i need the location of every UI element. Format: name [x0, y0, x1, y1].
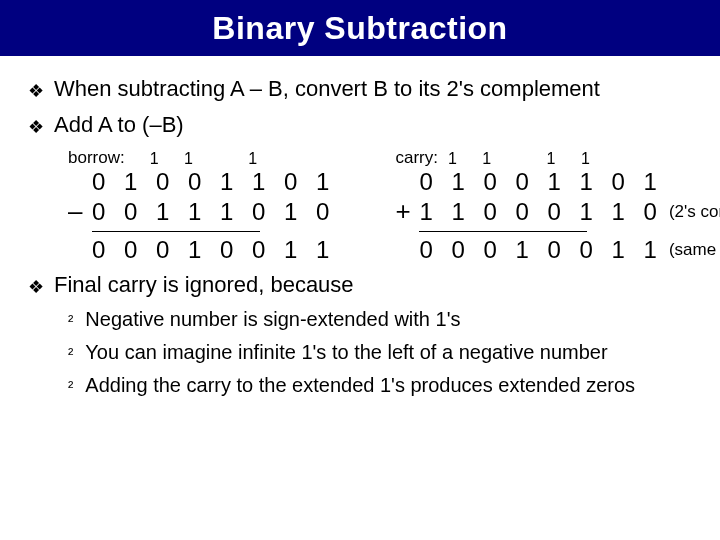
minuend: 0 1 0 0 1 1 0 1	[92, 168, 335, 196]
bullet-1: ❖ When subtracting A – B, convert B to i…	[28, 76, 692, 102]
slide-title: Binary Subtraction	[212, 10, 507, 47]
rule-line	[419, 231, 587, 232]
sub-bullet-icon: ²	[68, 312, 73, 330]
addition-block: carry: 1 1 1 1 0 1 0 0 1 1 0 1 + 1 1 0 0…	[395, 148, 720, 264]
subtraction-table: 0 1 0 0 1 1 0 1 – 0 0 1 1 1 0 1 0 0 0 0 …	[68, 168, 335, 264]
minus-sign: –	[68, 196, 92, 227]
sub-bullet-icon: ²	[68, 345, 73, 363]
bullet-3: ❖ Final carry is ignored, because	[28, 272, 692, 298]
bullet-2: ❖ Add A to (–B)	[28, 112, 692, 138]
calculations: borrow: 1 1 1 0 1 0 0 1 1 0 1 – 0 0 1 1 …	[68, 148, 692, 264]
diamond-bullet-icon: ❖	[28, 276, 44, 298]
plus-sign: +	[395, 196, 419, 227]
carry-label: carry:	[395, 148, 438, 168]
sub-bullet-icon: ²	[68, 378, 73, 396]
subtraction-block: borrow: 1 1 1 0 1 0 0 1 1 0 1 – 0 0 1 1 …	[68, 148, 335, 264]
slide: Binary Subtraction ❖ When subtracting A …	[0, 0, 720, 540]
same-result-annotation: (same result)	[669, 240, 720, 260]
carry-row: carry: 1 1 1 1	[395, 148, 720, 168]
bullet-1-text: When subtracting A – B, convert B to its…	[54, 76, 600, 102]
addend-b: 1 1 0 0 0 1 1 0	[419, 198, 662, 226]
sum-result: 0 0 0 1 0 0 1 1	[419, 236, 662, 264]
rule-line	[92, 231, 260, 232]
borrow-row: borrow: 1 1 1	[68, 148, 335, 168]
sub-bullet-1-text: Negative number is sign-extended with 1'…	[85, 308, 460, 331]
sub-bullet-3: ² Adding the carry to the extended 1's p…	[68, 374, 692, 397]
diamond-bullet-icon: ❖	[28, 80, 44, 102]
difference: 0 0 0 1 0 0 1 1	[92, 236, 335, 264]
slide-body: ❖ When subtracting A – B, convert B to i…	[0, 56, 720, 397]
sub-bullet-1: ² Negative number is sign-extended with …	[68, 308, 692, 331]
addition-table: 0 1 0 0 1 1 0 1 + 1 1 0 0 0 1 1 0 (2's c…	[395, 168, 720, 264]
sub-bullet-3-text: Adding the carry to the extended 1's pro…	[85, 374, 635, 397]
bullet-3-text: Final carry is ignored, because	[54, 272, 354, 298]
borrow-digits: 1 1 1	[131, 150, 268, 168]
sub-bullet-2-text: You can imagine infinite 1's to the left…	[85, 341, 607, 364]
carry-digits: 1 1 1 1	[444, 150, 600, 168]
sub-bullet-2: ² You can imagine infinite 1's to the le…	[68, 341, 692, 364]
bullet-2-text: Add A to (–B)	[54, 112, 184, 138]
addend-a: 0 1 0 0 1 1 0 1	[419, 168, 662, 196]
complement-annotation: (2's complement)	[669, 202, 720, 222]
title-band: Binary Subtraction	[0, 0, 720, 56]
borrow-label: borrow:	[68, 148, 125, 168]
diamond-bullet-icon: ❖	[28, 116, 44, 138]
subtrahend: 0 0 1 1 1 0 1 0	[92, 198, 335, 226]
